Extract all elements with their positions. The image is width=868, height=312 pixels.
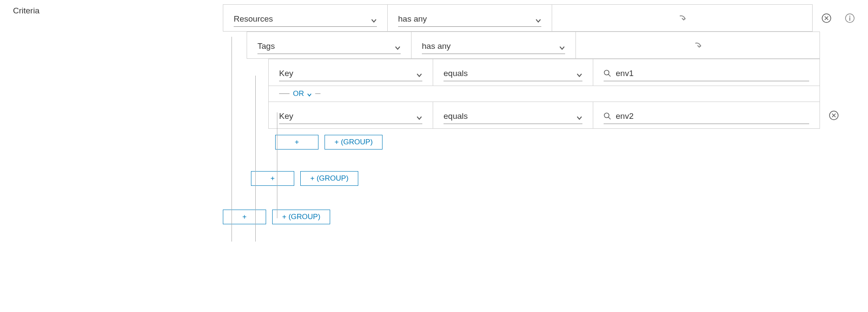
- operator-value: has any: [422, 41, 451, 51]
- search-icon: [604, 112, 611, 120]
- logic-select[interactable]: OR: [293, 89, 304, 98]
- search-icon: [604, 70, 611, 77]
- operator-value: has any: [398, 14, 427, 23]
- logic-line: ─: [315, 89, 321, 98]
- chevron-down-icon: [559, 44, 565, 50]
- logic-separator: ── OR ─: [268, 86, 820, 102]
- tree-line: [231, 37, 232, 242]
- svg-point-4: [604, 70, 609, 75]
- chevron-down-icon: [416, 114, 422, 120]
- value-text: env1: [616, 69, 633, 78]
- svg-line-5: [608, 74, 611, 76]
- criteria-section-label: Criteria: [13, 6, 39, 16]
- add-group-button[interactable]: + (GROUP): [272, 210, 330, 224]
- type-select[interactable]: Key: [279, 67, 422, 81]
- value-text: env2: [616, 111, 633, 121]
- logic-line: ──: [279, 89, 289, 98]
- drill-down-icon[interactable]: [676, 13, 688, 27]
- chevron-down-icon: [307, 91, 312, 96]
- value-input[interactable]: env2: [604, 110, 809, 124]
- remove-icon[interactable]: [829, 110, 839, 121]
- chevron-down-icon: [371, 16, 377, 22]
- type-value: Tags: [257, 41, 275, 51]
- chevron-down-icon: [576, 71, 582, 77]
- svg-line-7: [608, 117, 611, 119]
- add-buttons-level-0: + + (GROUP): [223, 186, 855, 224]
- svg-rect-3: [849, 17, 850, 21]
- operator-select[interactable]: has any: [398, 13, 541, 27]
- drill-down-icon[interactable]: [692, 40, 704, 54]
- add-button[interactable]: +: [251, 171, 294, 186]
- value-input[interactable]: env1: [604, 67, 809, 81]
- add-buttons-level-2: + + (GROUP): [275, 129, 855, 150]
- chevron-down-icon: [416, 71, 422, 77]
- criteria-row-key-2: Key equals: [268, 102, 820, 129]
- info-icon[interactable]: [845, 13, 855, 23]
- type-select[interactable]: Resources: [234, 13, 377, 27]
- add-group-button[interactable]: + (GROUP): [325, 135, 383, 150]
- operator-select[interactable]: has any: [422, 40, 565, 54]
- type-select[interactable]: Tags: [257, 40, 401, 54]
- operator-select[interactable]: equals: [444, 67, 582, 81]
- operator-value: equals: [444, 69, 468, 78]
- criteria-row-resources: Resources has any: [223, 4, 813, 32]
- type-value: Resources: [234, 14, 273, 23]
- add-buttons-level-1: + + (GROUP): [251, 150, 855, 186]
- operator-value: equals: [444, 111, 468, 121]
- add-group-button[interactable]: + (GROUP): [300, 171, 358, 186]
- criteria-row-tags: Tags has any: [247, 32, 820, 59]
- remove-icon[interactable]: [821, 13, 832, 23]
- operator-select[interactable]: equals: [444, 110, 582, 124]
- tree-line: [255, 76, 256, 242]
- add-button[interactable]: +: [223, 210, 266, 224]
- criteria-row-key-1: Key equals: [268, 59, 820, 86]
- type-value: Key: [279, 69, 293, 78]
- chevron-down-icon: [576, 114, 582, 120]
- type-value: Key: [279, 111, 293, 121]
- svg-point-2: [849, 16, 851, 17]
- chevron-down-icon: [535, 16, 541, 22]
- svg-point-6: [604, 113, 609, 118]
- add-button[interactable]: +: [275, 135, 318, 150]
- chevron-down-icon: [395, 44, 401, 50]
- type-select[interactable]: Key: [279, 110, 422, 124]
